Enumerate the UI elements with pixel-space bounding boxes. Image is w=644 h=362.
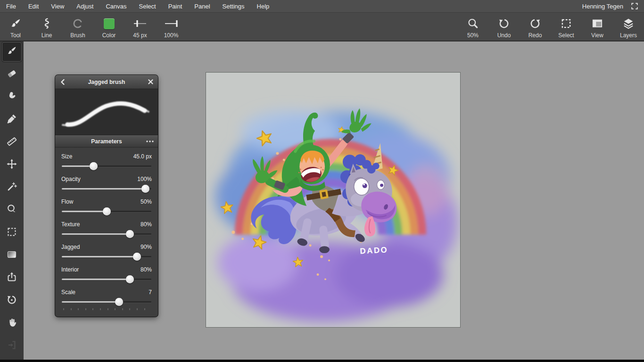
sidebar-tool-export[interactable] <box>2 268 22 288</box>
opacity-button[interactable]: 100% <box>156 13 187 41</box>
select-label: Select <box>558 32 574 39</box>
view-button[interactable]: View <box>582 13 613 41</box>
menu-bar: File Edit View Adjust Canvas Select Pain… <box>0 0 644 13</box>
marquee-icon <box>560 16 572 31</box>
redo-label: Redo <box>528 32 542 39</box>
sidebar-tool-eraser[interactable] <box>2 65 22 84</box>
param-jagged-value: 90% <box>140 244 152 250</box>
size-slider-thumb[interactable] <box>90 162 98 170</box>
toolbar-left: Tool Line Brush Color <box>0 13 187 41</box>
jagged-slider-thumb[interactable] <box>133 253 141 261</box>
redo-button[interactable]: Redo <box>520 13 551 41</box>
sidebar-tool-hand[interactable] <box>2 313 22 333</box>
opacity-button-label: 100% <box>164 32 179 39</box>
sidebar-tool-gradient[interactable] <box>2 246 22 265</box>
menu-item-edit[interactable]: Edit <box>22 0 45 12</box>
flow-slider-thumb[interactable] <box>103 207 111 215</box>
menu-item-canvas[interactable]: Canvas <box>99 0 132 12</box>
menu-item-select[interactable]: Select <box>133 0 162 12</box>
param-opacity-value: 100% <box>137 176 152 182</box>
fullscreen-icon[interactable] <box>631 2 638 10</box>
opacity-slider[interactable] <box>61 184 152 194</box>
panel-close-button[interactable] <box>144 75 157 89</box>
param-jagged: Jagged 90% <box>61 242 152 262</box>
artist-signature: DADO <box>360 245 388 255</box>
param-flow-value: 50% <box>140 198 152 205</box>
size-slider[interactable] <box>61 161 152 171</box>
zoom-level-button[interactable]: 50% <box>457 13 488 41</box>
collapse-panel-icon <box>6 339 17 353</box>
parameters-body: Size 45.0 px Opacity 100% Flow <box>55 148 158 317</box>
parameters-menu-button[interactable] <box>146 136 154 147</box>
line-button-label: Line <box>41 32 52 39</box>
bottom-strip <box>0 360 644 362</box>
marquee-icon <box>6 226 17 239</box>
param-opacity: Opacity 100% <box>61 174 152 194</box>
interior-slider[interactable] <box>61 274 152 284</box>
opacity-slider-thumb[interactable] <box>141 185 149 193</box>
menu-item-paint[interactable]: Paint <box>162 0 189 12</box>
param-texture: Texture 80% <box>61 220 152 239</box>
size-button[interactable]: 45 px <box>124 13 156 41</box>
param-opacity-label: Opacity <box>61 176 81 182</box>
tool-button-label: Tool <box>10 32 21 39</box>
jagged-slider[interactable] <box>61 252 152 262</box>
parameters-section-header[interactable]: Parameters <box>55 135 158 148</box>
panel-back-button[interactable] <box>56 75 69 89</box>
undo-button[interactable]: Undo <box>488 13 520 41</box>
sidebar-tool-paint-brush[interactable] <box>2 42 22 62</box>
sidebar-collapse-button[interactable] <box>2 336 22 356</box>
panel-header[interactable]: Jagged brush <box>55 75 158 89</box>
sidebar-tool-move[interactable] <box>2 155 22 175</box>
param-interior: Interior 80% <box>61 265 152 284</box>
menu-item-adjust[interactable]: Adjust <box>70 0 99 12</box>
menu-item-help[interactable]: Help <box>251 0 276 12</box>
color-button[interactable]: Color <box>93 13 124 41</box>
drawing-canvas[interactable]: DADO <box>206 72 461 328</box>
select-button[interactable]: Select <box>551 13 582 41</box>
squiggle-line-icon <box>41 16 53 31</box>
layers-button[interactable]: Layers <box>613 13 644 41</box>
opacity-slider-icon <box>163 16 180 31</box>
param-scale: Scale 7 <box>61 288 152 311</box>
menu-item-panel[interactable]: Panel <box>188 0 216 12</box>
brush-circle-icon <box>72 16 84 31</box>
scale-slider[interactable] <box>61 297 152 307</box>
tool-button[interactable]: Tool <box>0 13 31 41</box>
sidebar-tool-magic-wand[interactable] <box>2 178 22 197</box>
param-texture-label: Texture <box>61 221 80 228</box>
texture-slider-thumb[interactable] <box>126 230 134 238</box>
param-size: Size 45.0 px <box>61 152 152 171</box>
undo-label: Undo <box>497 32 511 39</box>
param-flow: Flow 50% <box>61 197 152 216</box>
sidebar-tool-zoom[interactable] <box>2 200 22 220</box>
sidebar-tool-rotate[interactable] <box>2 291 22 311</box>
param-scale-value: 7 <box>149 289 152 296</box>
toolbar-right: 50% Undo Redo Select <box>457 13 644 41</box>
export-share-icon <box>6 272 17 285</box>
menu-item-view[interactable]: View <box>45 0 70 12</box>
param-interior-value: 80% <box>140 266 152 273</box>
sidebar-tool-smudge[interactable] <box>2 87 22 107</box>
sidebar-tool-marquee-select[interactable] <box>2 223 22 243</box>
rotate-ccw-icon <box>6 294 17 307</box>
brush-button[interactable]: Brush <box>62 13 93 41</box>
sidebar-tool-color-picker[interactable] <box>2 110 22 130</box>
flow-slider[interactable] <box>61 206 152 216</box>
interior-slider-thumb[interactable] <box>126 275 134 283</box>
gradient-icon <box>6 249 17 262</box>
scale-slider-thumb[interactable] <box>115 298 123 306</box>
sidebar-tool-ruler[interactable] <box>2 132 22 152</box>
workspace[interactable]: DADO Jagged brush Parameters <box>24 41 644 360</box>
brush-settings-panel: Jagged brush Parameters Size 45.0 px <box>55 75 158 317</box>
ruler-icon <box>6 136 17 149</box>
color-swatch[interactable] <box>104 18 115 29</box>
color-button-label: Color <box>102 32 116 39</box>
line-button[interactable]: Line <box>31 13 62 41</box>
param-size-value: 45.0 px <box>133 153 152 160</box>
layers-icon <box>622 16 635 31</box>
texture-slider[interactable] <box>61 229 152 239</box>
menu-item-file[interactable]: File <box>0 0 22 12</box>
menu-item-settings[interactable]: Settings <box>216 0 251 12</box>
magic-wand-icon <box>6 181 17 194</box>
